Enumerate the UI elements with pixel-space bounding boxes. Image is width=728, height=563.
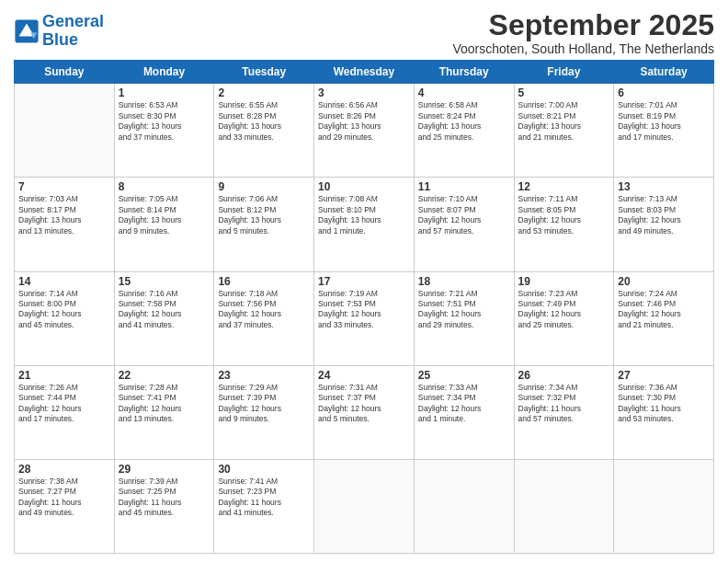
calendar-cell: 20Sunrise: 7:24 AM Sunset: 7:46 PM Dayli… — [614, 271, 714, 365]
week-row-1: 7Sunrise: 7:03 AM Sunset: 8:17 PM Daylig… — [15, 178, 714, 271]
day-number: 27 — [618, 369, 710, 382]
day-info: Sunrise: 7:08 AM Sunset: 8:10 PM Dayligh… — [318, 194, 410, 236]
day-number: 15 — [119, 275, 210, 288]
day-number: 7 — [18, 180, 110, 193]
day-info: Sunrise: 7:06 AM Sunset: 8:12 PM Dayligh… — [218, 194, 310, 236]
calendar-cell: 30Sunrise: 7:41 AM Sunset: 7:23 PM Dayli… — [214, 459, 314, 553]
header: General Blue September 2025 Voorschoten,… — [14, 9, 714, 56]
calendar-cell: 27Sunrise: 7:36 AM Sunset: 7:30 PM Dayli… — [614, 365, 714, 459]
logo-icon — [14, 18, 40, 44]
month-title: September 2025 — [452, 9, 714, 41]
day-info: Sunrise: 7:34 AM Sunset: 7:32 PM Dayligh… — [518, 383, 610, 425]
calendar-cell — [414, 459, 514, 553]
calendar-cell — [514, 459, 614, 553]
calendar-cell: 8Sunrise: 7:05 AM Sunset: 8:14 PM Daylig… — [114, 178, 214, 271]
calendar-cell: 1Sunrise: 6:53 AM Sunset: 8:30 PM Daylig… — [114, 84, 214, 178]
day-info: Sunrise: 7:01 AM Sunset: 8:19 PM Dayligh… — [618, 100, 710, 143]
calendar-cell: 9Sunrise: 7:06 AM Sunset: 8:12 PM Daylig… — [214, 178, 314, 271]
calendar-table: SundayMondayTuesdayWednesdayThursdayFrid… — [14, 60, 714, 554]
calendar-cell: 16Sunrise: 7:18 AM Sunset: 7:56 PM Dayli… — [214, 271, 314, 365]
weekday-header-row: SundayMondayTuesdayWednesdayThursdayFrid… — [15, 61, 714, 84]
day-info: Sunrise: 7:24 AM Sunset: 7:46 PM Dayligh… — [618, 289, 710, 331]
day-info: Sunrise: 7:31 AM Sunset: 7:37 PM Dayligh… — [318, 383, 410, 425]
day-info: Sunrise: 6:55 AM Sunset: 8:28 PM Dayligh… — [218, 100, 310, 143]
day-info: Sunrise: 7:38 AM Sunset: 7:27 PM Dayligh… — [18, 477, 110, 519]
day-info: Sunrise: 7:11 AM Sunset: 8:05 PM Dayligh… — [518, 194, 610, 236]
day-number: 6 — [618, 86, 710, 99]
day-number: 2 — [218, 86, 310, 99]
calendar-cell: 21Sunrise: 7:26 AM Sunset: 7:44 PM Dayli… — [15, 365, 115, 459]
day-number: 25 — [418, 369, 510, 382]
day-number: 18 — [418, 275, 510, 288]
day-info: Sunrise: 7:33 AM Sunset: 7:34 PM Dayligh… — [418, 383, 510, 425]
day-number: 17 — [318, 275, 410, 288]
day-number: 16 — [218, 275, 310, 288]
calendar-cell: 22Sunrise: 7:28 AM Sunset: 7:41 PM Dayli… — [114, 365, 214, 459]
week-row-2: 14Sunrise: 7:14 AM Sunset: 8:00 PM Dayli… — [15, 271, 714, 365]
logo-blue: Blue — [42, 30, 78, 49]
calendar-cell: 18Sunrise: 7:21 AM Sunset: 7:51 PM Dayli… — [414, 271, 514, 365]
calendar-cell: 7Sunrise: 7:03 AM Sunset: 8:17 PM Daylig… — [15, 178, 115, 271]
day-number: 29 — [119, 463, 210, 476]
day-info: Sunrise: 7:14 AM Sunset: 8:00 PM Dayligh… — [18, 289, 110, 331]
day-number: 1 — [119, 86, 210, 99]
calendar-cell: 4Sunrise: 6:58 AM Sunset: 8:24 PM Daylig… — [414, 84, 514, 178]
week-row-3: 21Sunrise: 7:26 AM Sunset: 7:44 PM Dayli… — [15, 365, 714, 459]
day-number: 20 — [618, 275, 710, 288]
week-row-0: 1Sunrise: 6:53 AM Sunset: 8:30 PM Daylig… — [15, 84, 714, 178]
day-info: Sunrise: 6:58 AM Sunset: 8:24 PM Dayligh… — [418, 100, 510, 143]
weekday-header: Monday — [114, 61, 214, 84]
day-info: Sunrise: 7:18 AM Sunset: 7:56 PM Dayligh… — [218, 289, 310, 331]
day-info: Sunrise: 7:13 AM Sunset: 8:03 PM Dayligh… — [618, 194, 710, 236]
calendar-cell: 2Sunrise: 6:55 AM Sunset: 8:28 PM Daylig… — [214, 84, 314, 178]
week-row-4: 28Sunrise: 7:38 AM Sunset: 7:27 PM Dayli… — [15, 459, 714, 553]
calendar-cell: 12Sunrise: 7:11 AM Sunset: 8:05 PM Dayli… — [514, 178, 614, 271]
day-number: 4 — [418, 86, 510, 99]
logo: General Blue — [14, 13, 104, 50]
day-info: Sunrise: 7:26 AM Sunset: 7:44 PM Dayligh… — [18, 383, 110, 425]
day-number: 28 — [18, 463, 110, 476]
calendar-cell: 11Sunrise: 7:10 AM Sunset: 8:07 PM Dayli… — [414, 178, 514, 271]
day-info: Sunrise: 7:39 AM Sunset: 7:25 PM Dayligh… — [119, 477, 210, 519]
calendar-cell: 17Sunrise: 7:19 AM Sunset: 7:53 PM Dayli… — [314, 271, 415, 365]
calendar-cell: 5Sunrise: 7:00 AM Sunset: 8:21 PM Daylig… — [514, 84, 614, 178]
calendar-cell: 10Sunrise: 7:08 AM Sunset: 8:10 PM Dayli… — [314, 178, 415, 271]
calendar-cell: 3Sunrise: 6:56 AM Sunset: 8:26 PM Daylig… — [314, 84, 415, 178]
weekday-header: Tuesday — [214, 61, 314, 84]
day-number: 14 — [18, 275, 110, 288]
day-number: 22 — [119, 369, 210, 382]
day-info: Sunrise: 7:19 AM Sunset: 7:53 PM Dayligh… — [318, 289, 410, 331]
calendar-cell: 23Sunrise: 7:29 AM Sunset: 7:39 PM Dayli… — [214, 365, 314, 459]
day-info: Sunrise: 7:05 AM Sunset: 8:14 PM Dayligh… — [119, 194, 210, 236]
calendar-cell: 15Sunrise: 7:16 AM Sunset: 7:58 PM Dayli… — [114, 271, 214, 365]
weekday-header: Friday — [514, 61, 614, 84]
calendar-cell: 25Sunrise: 7:33 AM Sunset: 7:34 PM Dayli… — [414, 365, 514, 459]
day-info: Sunrise: 7:36 AM Sunset: 7:30 PM Dayligh… — [618, 383, 710, 425]
weekday-header: Saturday — [614, 61, 714, 84]
day-number: 8 — [119, 180, 210, 193]
day-number: 11 — [418, 180, 510, 193]
day-info: Sunrise: 7:00 AM Sunset: 8:21 PM Dayligh… — [518, 100, 610, 143]
calendar-cell: 14Sunrise: 7:14 AM Sunset: 8:00 PM Dayli… — [15, 271, 115, 365]
weekday-header: Wednesday — [314, 61, 415, 84]
calendar-cell: 24Sunrise: 7:31 AM Sunset: 7:37 PM Dayli… — [314, 365, 415, 459]
day-number: 12 — [518, 180, 610, 193]
weekday-header: Sunday — [15, 61, 115, 84]
day-info: Sunrise: 7:21 AM Sunset: 7:51 PM Dayligh… — [418, 289, 510, 331]
calendar-cell: 19Sunrise: 7:23 AM Sunset: 7:49 PM Dayli… — [514, 271, 614, 365]
day-number: 9 — [218, 180, 310, 193]
logo-general: General — [42, 12, 104, 30]
day-number: 30 — [218, 463, 310, 476]
day-number: 19 — [518, 275, 610, 288]
subtitle: Voorschoten, South Holland, The Netherla… — [452, 41, 714, 56]
calendar-cell: 6Sunrise: 7:01 AM Sunset: 8:19 PM Daylig… — [614, 84, 714, 178]
calendar-cell: 26Sunrise: 7:34 AM Sunset: 7:32 PM Dayli… — [514, 365, 614, 459]
calendar-cell — [15, 84, 115, 178]
day-info: Sunrise: 7:23 AM Sunset: 7:49 PM Dayligh… — [518, 289, 610, 331]
day-number: 5 — [518, 86, 610, 99]
day-info: Sunrise: 7:41 AM Sunset: 7:23 PM Dayligh… — [218, 477, 310, 519]
day-number: 13 — [618, 180, 710, 193]
day-number: 10 — [318, 180, 410, 193]
day-info: Sunrise: 7:03 AM Sunset: 8:17 PM Dayligh… — [18, 194, 110, 236]
day-info: Sunrise: 6:53 AM Sunset: 8:30 PM Dayligh… — [119, 100, 210, 143]
